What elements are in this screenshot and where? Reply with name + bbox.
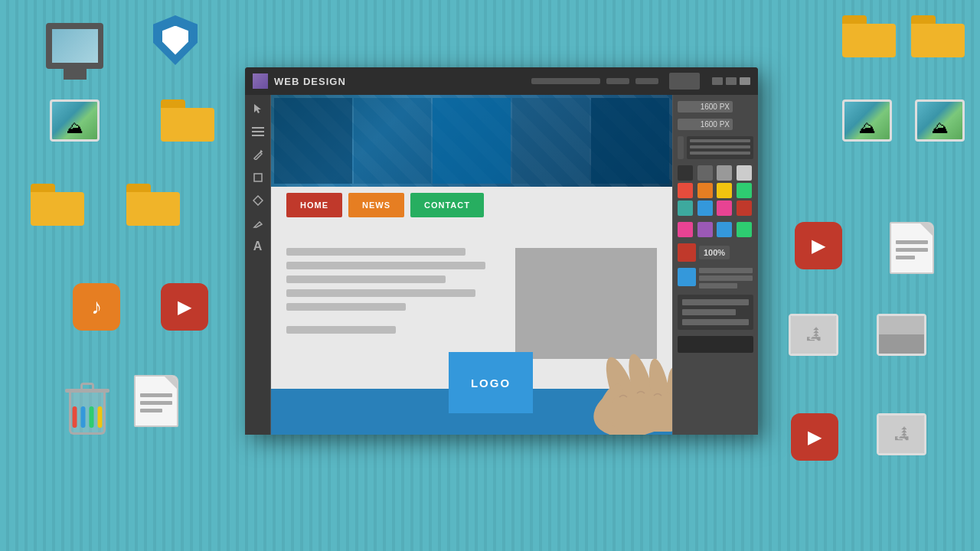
menu-tool[interactable]	[250, 124, 266, 139]
cursor-tool[interactable]	[250, 101, 266, 116]
swatch-0[interactable]	[678, 165, 693, 181]
window-body: A HOME NEWS CONTACT	[245, 95, 758, 435]
swatch-green[interactable]	[737, 183, 752, 198]
lines-panel	[678, 295, 753, 330]
cpick-blue[interactable]	[678, 268, 696, 286]
hand-holding	[562, 317, 672, 435]
icon-video-left[interactable]: ▶	[161, 283, 208, 331]
diamond-tool[interactable]	[250, 193, 266, 208]
doc-icon-shape	[134, 375, 178, 427]
swatch-orange[interactable]	[697, 183, 713, 198]
doc-r-shape	[890, 222, 934, 274]
titlebar-app-icon	[253, 73, 268, 89]
width-input[interactable]: 1600 PX	[678, 101, 733, 112]
icon-photo-tr[interactable]	[842, 99, 892, 142]
rect-tool[interactable]	[250, 170, 266, 185]
folder-body	[126, 192, 180, 226]
icon-photo-br[interactable]: 🏞	[877, 413, 926, 455]
icon-folder-yellow-tr[interactable]	[842, 15, 896, 57]
height-input-row: 1600 PX	[678, 119, 753, 130]
titlebar-box	[669, 73, 700, 90]
swatch-yellow[interactable]	[717, 183, 732, 198]
swatch-3[interactable]	[737, 165, 752, 181]
canvas-content	[286, 248, 485, 340]
icon-photo-tl[interactable]	[50, 99, 100, 142]
nav-home-btn[interactable]: HOME	[286, 193, 342, 217]
maximize-btn[interactable]	[726, 77, 737, 85]
window-titlebar: WEB DESIGN	[245, 67, 758, 95]
canvas-hero	[271, 95, 672, 187]
swatch-teal[interactable]	[678, 201, 693, 216]
icon-photo-tr2[interactable]	[915, 99, 965, 142]
color-swatches	[678, 165, 753, 216]
extra-swatch-1[interactable]	[697, 222, 713, 237]
icon-video-br[interactable]: ▶	[791, 413, 838, 461]
window-title: WEB DESIGN	[274, 76, 346, 87]
logo-label: LOGO	[471, 377, 511, 390]
icon-folder-yellow-tl3[interactable]	[126, 184, 180, 226]
icon-doc-bl[interactable]	[134, 375, 178, 427]
icon-photo-mr2[interactable]: 🏞	[789, 314, 838, 356]
svg-marker-0	[254, 104, 261, 113]
icon-folder-yellow-tr2[interactable]	[911, 15, 965, 57]
icon-video-r[interactable]: ▶	[795, 222, 842, 269]
content-line-5	[286, 303, 406, 311]
icon-photo-mr[interactable]	[877, 314, 926, 356]
photo-br-image: 🏞	[879, 416, 924, 453]
panel-dark-box	[678, 336, 753, 353]
swatch-2[interactable]	[717, 165, 732, 181]
nav-news-btn[interactable]: NEWS	[348, 193, 404, 217]
trash-shape	[65, 383, 109, 435]
panel-sm-line-3	[699, 283, 737, 289]
minimize-btn[interactable]	[712, 77, 723, 85]
design-window: WEB DESIGN	[245, 67, 758, 435]
cpick-lines-stack	[699, 268, 753, 289]
left-toolbar: A	[245, 95, 271, 435]
icon-folder-yellow-tl2[interactable]	[31, 184, 84, 226]
panel-line-2	[682, 309, 736, 315]
photo-tr2-image	[917, 102, 962, 139]
swatch-1[interactable]	[697, 165, 713, 181]
titlebar-bar2	[606, 78, 629, 84]
panel-sm-line-1	[699, 268, 753, 273]
svg-rect-1	[254, 174, 262, 181]
slider-area	[678, 136, 753, 159]
swatch-dark-red[interactable]	[737, 201, 752, 216]
swatch-blue[interactable]	[697, 201, 713, 216]
folder-body	[31, 192, 84, 226]
slider-lines	[687, 136, 753, 158]
icon-music[interactable]: ♪	[73, 283, 120, 331]
content-line-2	[286, 262, 485, 269]
text-tool[interactable]: A	[250, 239, 266, 254]
percentage-row: 100%	[678, 243, 753, 262]
logo-sticker[interactable]: LOGO	[449, 352, 533, 413]
icon-shield[interactable]	[153, 15, 198, 65]
color-preview[interactable]	[678, 243, 696, 262]
content-line-6	[286, 326, 396, 334]
close-btn[interactable]	[740, 77, 750, 85]
video-app-icon: ▶	[161, 283, 208, 331]
extra-swatch-0[interactable]	[678, 222, 693, 237]
swatch-red[interactable]	[678, 183, 693, 198]
nav-contact-btn[interactable]: CONTACT	[410, 193, 484, 217]
extra-swatch-2[interactable]	[717, 222, 732, 237]
photo-mr2-image: 🏞	[791, 316, 836, 354]
shield-inner	[162, 26, 188, 55]
icon-trash[interactable]	[65, 383, 109, 435]
photo-tr-image	[844, 102, 890, 139]
icon-monitor[interactable]	[46, 23, 103, 69]
percentage-display[interactable]: 100%	[699, 246, 730, 259]
icon-folder-yellow-tl[interactable]	[161, 99, 214, 142]
content-line-gap	[286, 326, 485, 334]
icon-doc-r[interactable]	[890, 222, 934, 274]
pencil-tool[interactable]	[250, 147, 266, 162]
eraser-tool[interactable]	[250, 216, 266, 231]
titlebar-bar3	[635, 78, 658, 84]
extra-swatch-3[interactable]	[737, 222, 752, 237]
folder-body	[842, 24, 896, 57]
svg-rect-9	[612, 393, 672, 432]
video-r-app-icon: ▶	[795, 222, 842, 269]
titlebar-controls	[712, 77, 750, 85]
swatch-pink[interactable]	[717, 201, 732, 216]
height-input[interactable]: 1600 PX	[678, 119, 733, 130]
